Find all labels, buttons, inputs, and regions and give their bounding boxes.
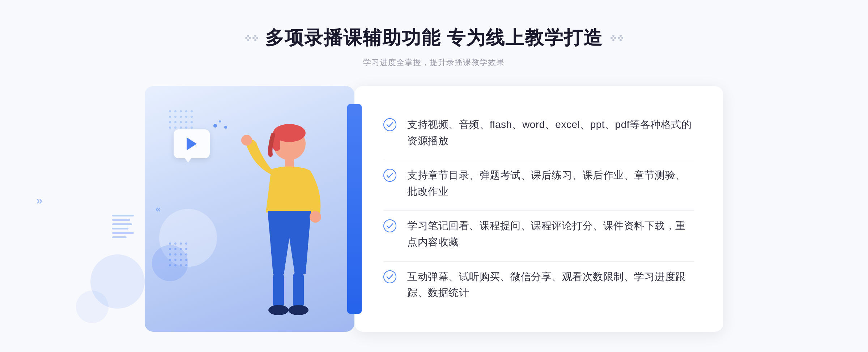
svg-point-33 [174,264,176,266]
human-figure [217,122,340,332]
svg-point-49 [185,121,187,123]
main-content: « 支持视频、音频、flash、word、excel、ppt、pdf等各种格式的… [145,86,723,332]
svg-point-36 [169,110,171,112]
svg-point-47 [174,121,176,123]
svg-point-46 [169,121,171,123]
svg-point-26 [180,253,182,256]
svg-point-50 [191,121,193,123]
svg-point-31 [185,259,187,261]
sparkle-1 [213,124,217,128]
svg-point-32 [169,264,171,266]
feature-text-1: 支持视频、音频、flash、word、excel、ppt、pdf等各种格式的资源… [407,117,694,149]
svg-point-51 [169,126,171,129]
svg-rect-61 [273,272,284,308]
page-subtitle: 学习进度全掌握，提升录播课教学效果 [245,57,623,68]
svg-point-39 [185,110,187,112]
svg-point-40 [191,110,193,112]
svg-point-23 [185,248,187,250]
svg-point-6 [254,35,256,37]
feature-text-4: 互动弹幕、试听购买、微信分享、观看次数限制、学习进度跟踪、数据统计 [407,269,694,301]
svg-rect-73 [112,228,128,229]
header-deco-right [610,34,623,42]
page-title: 多项录播课辅助功能 专为线上教学打造 [265,25,603,51]
svg-rect-71 [112,219,130,221]
svg-point-8 [610,37,613,39]
svg-point-28 [169,259,171,261]
svg-point-67 [384,169,396,181]
svg-point-29 [174,259,176,261]
svg-point-22 [180,248,182,250]
svg-point-66 [384,119,396,131]
svg-rect-75 [112,236,127,238]
feature-item-1: 支持视频、音频、flash、word、excel、ppt、pdf等各种格式的资源… [383,110,694,156]
svg-point-69 [384,271,396,283]
svg-point-45 [191,116,193,118]
svg-point-14 [620,35,622,37]
svg-point-42 [174,116,176,118]
illustration-card: « [145,86,354,332]
features-card: 支持视频、音频、flash、word、excel、ppt、pdf等各种格式的资源… [354,86,723,332]
feature-item-4: 互动弹幕、试听购买、微信分享、观看次数限制、学习进度跟踪、数据统计 [383,261,694,309]
header-deco-left [245,34,258,42]
chevron-left-icon: « [156,204,161,214]
svg-point-10 [612,35,614,37]
svg-point-25 [174,253,176,256]
svg-point-65 [310,211,321,223]
svg-point-54 [185,126,187,129]
svg-point-38 [180,110,182,112]
svg-rect-72 [112,223,132,225]
check-circle-icon-3 [383,219,396,232]
svg-point-20 [169,248,171,250]
svg-point-5 [256,37,258,39]
header-section: 多项录播课辅助功能 专为线上教学打造 学习进度全掌握，提升录播课教学效果 [245,0,623,68]
svg-point-60 [241,135,252,146]
svg-point-2 [247,35,249,37]
svg-point-55 [191,126,193,129]
blue-strip-deco [347,104,362,314]
check-circle-icon-1 [383,118,396,131]
svg-rect-62 [293,272,304,308]
svg-point-34 [180,264,182,266]
svg-rect-74 [112,232,134,234]
svg-point-21 [174,248,176,250]
svg-point-37 [174,110,176,112]
header-title-row: 多项录播课辅助功能 专为线上教学打造 [245,25,623,51]
svg-rect-70 [112,215,134,216]
svg-point-27 [185,253,187,256]
feature-text-2: 支持章节目录、弹题考试、课后练习、课后作业、章节测验、批改作业 [407,167,694,200]
svg-point-13 [621,37,623,39]
svg-point-35 [185,264,187,266]
feature-item-3: 学习笔记回看、课程提问、课程评论打分、课件资料下载，重点内容收藏 [383,210,694,258]
svg-point-7 [254,39,256,41]
left-arrows-deco: » [36,194,43,207]
svg-point-30 [180,259,182,261]
check-circle-icon-2 [383,169,396,182]
svg-point-44 [185,116,187,118]
svg-point-63 [268,305,289,315]
dot-grid-deco [166,240,203,278]
svg-point-0 [245,37,247,39]
svg-point-4 [252,37,255,39]
bg-circle-deco-2 [76,291,109,323]
svg-point-64 [288,305,309,315]
svg-point-43 [180,116,182,118]
svg-point-68 [384,220,396,232]
svg-point-3 [247,39,249,41]
svg-point-52 [174,126,176,129]
feature-item-2: 支持章节目录、弹题考试、课后练习、课后作业、章节测验、批改作业 [383,160,694,207]
svg-point-16 [169,242,171,245]
svg-point-19 [185,242,187,245]
svg-point-24 [169,253,171,256]
svg-point-12 [618,37,620,39]
svg-point-15 [620,39,622,41]
feature-text-3: 学习笔记回看、课程提问、课程评论打分、课件资料下载，重点内容收藏 [407,218,694,250]
svg-point-41 [169,116,171,118]
svg-point-48 [180,121,182,123]
svg-point-17 [174,242,176,245]
speech-bubble [174,129,210,158]
svg-point-18 [180,242,182,245]
play-button-area [174,129,210,158]
svg-point-11 [612,39,614,41]
play-triangle [187,137,197,150]
stripes-deco [112,215,137,251]
